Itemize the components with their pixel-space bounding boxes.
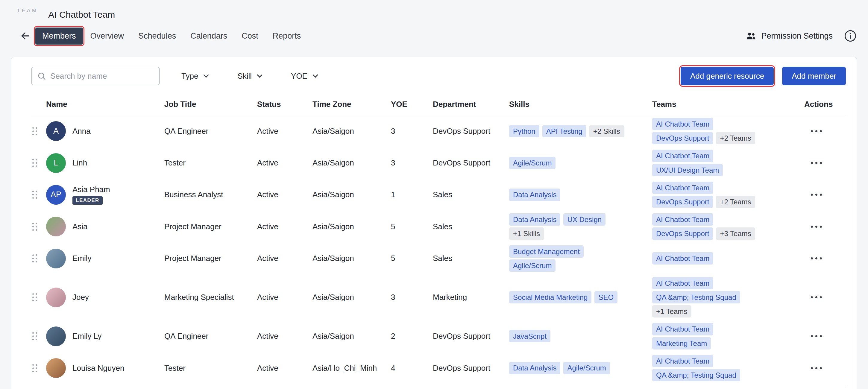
- name-cell: Emily Ly: [46, 326, 164, 346]
- drag-cell: [31, 332, 46, 341]
- member-name: Asia: [72, 222, 88, 231]
- member-name: Asia Pham: [72, 185, 110, 194]
- tag-chip: Agile/Scrum: [509, 259, 556, 272]
- timezone-cell: Asia/Saigon: [312, 127, 391, 136]
- drag-handle-icon[interactable]: [32, 293, 38, 302]
- column-header-skills: Skills: [509, 100, 652, 109]
- status-cell: Active: [257, 190, 312, 199]
- tab-schedules[interactable]: Schedules: [131, 28, 183, 44]
- table-row: Emily Project Manager Active Asia/Saigon…: [31, 243, 846, 274]
- timezone-cell: Asia/Saigon: [312, 293, 391, 302]
- ellipsis-icon: [811, 194, 813, 196]
- name-block: Emily Ly: [72, 331, 101, 341]
- row-actions-button[interactable]: [807, 330, 826, 342]
- tag-chip: JavaScript: [509, 330, 551, 342]
- chip-line: PythonAPI Testing+2 Skills: [509, 125, 624, 137]
- status-cell: Active: [257, 158, 312, 168]
- row-actions-button[interactable]: [807, 253, 826, 264]
- ellipsis-icon: [811, 296, 813, 298]
- tab-reports[interactable]: Reports: [266, 28, 308, 44]
- filter-label: YOE: [291, 71, 307, 81]
- ellipsis-icon: [811, 130, 813, 132]
- table-body: A Anna QA Engineer Active Asia/Saigon 3 …: [31, 115, 846, 386]
- actions-cell: [793, 189, 846, 200]
- status-cell: Active: [257, 363, 312, 373]
- chevron-down-icon: [204, 72, 209, 77]
- table-row: A Anna QA Engineer Active Asia/Saigon 3 …: [31, 115, 846, 147]
- more-chip: +2 Skills: [589, 125, 624, 137]
- status-cell: Active: [257, 222, 312, 231]
- member-name: Joey: [72, 293, 89, 302]
- more-chip: +3 Teams: [716, 227, 755, 240]
- department-cell: Sales: [433, 254, 509, 263]
- search-box[interactable]: [31, 67, 160, 85]
- filter-skill-dropdown[interactable]: Skill: [236, 71, 264, 81]
- job-title-cell: Tester: [164, 158, 257, 168]
- filter-type-dropdown[interactable]: Type: [180, 71, 210, 81]
- row-actions-button[interactable]: [807, 157, 826, 169]
- chip-line: QA &amp; Testing Squad: [652, 291, 740, 303]
- row-actions-button[interactable]: [807, 189, 826, 200]
- row-actions-button[interactable]: [807, 291, 826, 303]
- job-title-cell: Project Manager: [164, 222, 257, 231]
- chip-line: AI Chatbot Team: [652, 252, 713, 264]
- tab-members[interactable]: Members: [35, 28, 83, 44]
- filter-yoe-dropdown[interactable]: YOE: [289, 71, 319, 81]
- row-actions-button[interactable]: [807, 221, 826, 232]
- tag-chip: Social Media Marketing: [509, 291, 591, 303]
- search-input[interactable]: [50, 71, 154, 81]
- column-header-actions: Actions: [793, 100, 846, 109]
- tab-overview[interactable]: Overview: [84, 28, 131, 44]
- avatar: [46, 249, 66, 268]
- filter-label: Skill: [237, 71, 252, 81]
- tag-chip: AI Chatbot Team: [652, 118, 713, 130]
- drag-handle-icon[interactable]: [32, 159, 38, 167]
- tag-chip: Python: [509, 125, 539, 137]
- row-actions-button[interactable]: [807, 125, 826, 137]
- add-member-button[interactable]: Add member: [782, 67, 846, 85]
- tab-cost[interactable]: Cost: [235, 28, 265, 44]
- column-header-time-zone: Time Zone: [312, 100, 391, 109]
- chip-line: +1 Teams: [652, 305, 691, 318]
- drag-cell: [31, 293, 46, 302]
- chip-line: DevOps Support+3 Teams: [652, 227, 755, 240]
- tag-chip: UX/UI Design Team: [652, 164, 723, 176]
- name-block: Linh: [72, 158, 87, 168]
- timezone-cell: Asia/Saigon: [312, 158, 391, 168]
- status-cell: Active: [257, 254, 312, 263]
- drag-handle-icon[interactable]: [32, 190, 38, 199]
- add-generic-resource-button[interactable]: Add generic resource: [681, 67, 774, 85]
- actions-cell: [793, 330, 846, 342]
- department-cell: DevOps Support: [433, 363, 509, 373]
- chip-line: QA &amp; Testing Squad: [652, 369, 740, 381]
- ellipsis-icon: [811, 162, 813, 164]
- row-actions-button[interactable]: [807, 362, 826, 374]
- yoe-cell: 5: [391, 254, 433, 263]
- info-button[interactable]: [843, 29, 857, 43]
- more-chip: +1 Teams: [652, 305, 691, 318]
- chip-line: +1 Skills: [509, 227, 544, 240]
- teams-cell: AI Chatbot TeamDevOps Support+2 Teams: [652, 117, 793, 145]
- people-icon: [746, 31, 756, 41]
- name-block: Anna: [72, 127, 91, 136]
- permission-settings-button[interactable]: Permission Settings: [744, 30, 835, 41]
- drag-handle-icon[interactable]: [32, 364, 38, 372]
- tab-calendars[interactable]: Calendars: [184, 28, 234, 44]
- drag-cell: [31, 364, 46, 372]
- tag-chip: DevOps Support: [652, 132, 713, 144]
- chip-line: Social Media MarketingSEO: [509, 291, 618, 303]
- tag-chip: Data Analysis: [509, 213, 560, 226]
- drag-handle-icon[interactable]: [32, 127, 38, 135]
- drag-handle-icon[interactable]: [32, 254, 38, 263]
- chevron-down-icon: [312, 72, 318, 77]
- ellipsis-icon: [811, 226, 813, 228]
- department-cell: DevOps Support: [433, 127, 509, 136]
- drag-handle-icon[interactable]: [32, 332, 38, 341]
- back-button[interactable]: [17, 27, 34, 44]
- teams-cell: AI Chatbot Team: [652, 251, 793, 265]
- chip-line: Data AnalysisUX Design: [509, 213, 606, 226]
- tag-chip: API Testing: [542, 125, 586, 137]
- department-cell: Sales: [433, 222, 509, 231]
- name-cell: Emily: [46, 249, 164, 268]
- drag-handle-icon[interactable]: [32, 222, 38, 231]
